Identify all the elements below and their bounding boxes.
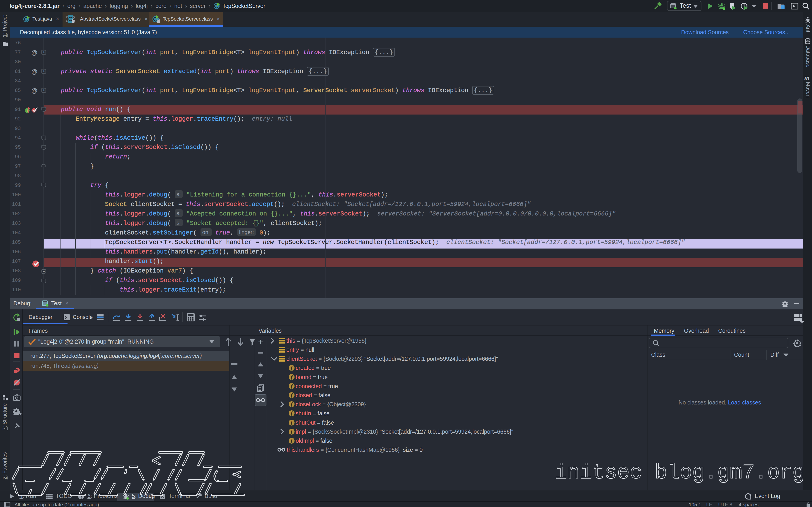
svg-text:I: I bbox=[27, 109, 28, 112]
